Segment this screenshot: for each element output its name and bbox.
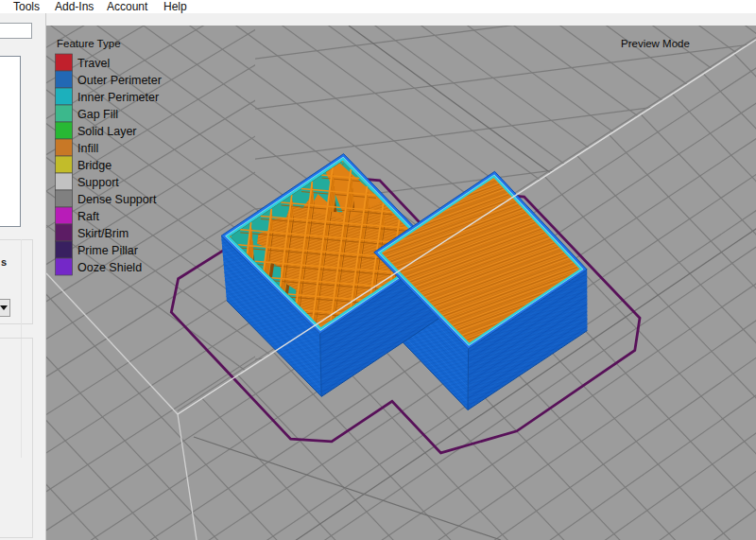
svg-text:Support: Support: [77, 176, 119, 189]
svg-text:Travel: Travel: [77, 57, 110, 70]
svg-text:Inner Perimeter: Inner Perimeter: [77, 91, 159, 104]
svg-text:Gap Fill: Gap Fill: [77, 108, 118, 121]
svg-text:Solid Layer: Solid Layer: [77, 125, 137, 138]
svg-text:Prime Pillar: Prime Pillar: [77, 244, 138, 257]
svg-text:Bridge: Bridge: [77, 159, 112, 172]
svg-text:Skirt/Brim: Skirt/Brim: [77, 227, 129, 240]
svg-text:Infill: Infill: [77, 142, 98, 155]
svg-text:Outer Perimeter: Outer Perimeter: [77, 74, 162, 87]
svg-text:Ooze Shield: Ooze Shield: [77, 261, 142, 274]
svg-text:Dense Support: Dense Support: [77, 193, 157, 206]
svg-text:Raft: Raft: [77, 210, 99, 223]
svg-text:Feature Type: Feature Type: [57, 38, 121, 49]
svg-text:Preview Mode: Preview Mode: [621, 38, 690, 49]
